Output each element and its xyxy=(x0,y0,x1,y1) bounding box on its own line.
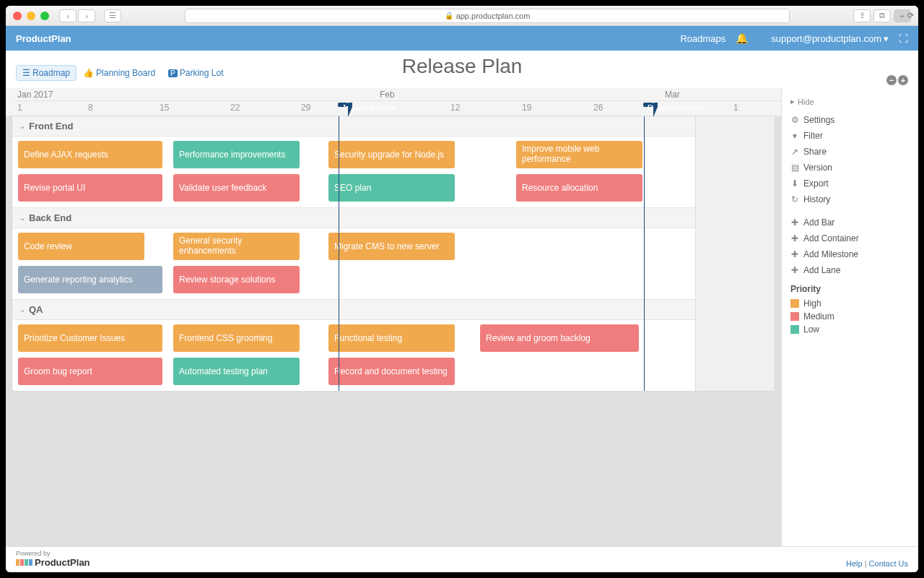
roadmap-bar[interactable]: Generate reporting analytics xyxy=(18,266,162,293)
share-button[interactable]: ⇪ xyxy=(853,9,871,22)
maximize-window-icon[interactable] xyxy=(40,12,49,20)
version-icon: ▤ xyxy=(790,163,799,173)
sidebar-add-container[interactable]: ✚Add Container xyxy=(782,230,918,246)
logo-icon xyxy=(16,559,32,566)
lane: ⌄Front EndDefine AJAX requestsPerformanc… xyxy=(12,116,775,208)
plus-icon: ✚ xyxy=(790,265,799,275)
roadmap-bar[interactable]: Validate user feedback xyxy=(173,174,300,202)
roadmaps-link[interactable]: Roadmaps xyxy=(680,33,725,44)
month-label: Mar xyxy=(665,90,680,100)
bar-row: Define AJAX requestsPerformance improvem… xyxy=(12,141,775,170)
roadmap-bar[interactable]: Prioritize Customer Issues xyxy=(18,324,162,352)
tab-roadmap[interactable]: ☰ Roadmap xyxy=(16,65,77,81)
sidebar-add-milestone[interactable]: ✚Add Milestone xyxy=(782,246,918,262)
chevron-down-icon: ▾ xyxy=(884,33,889,44)
roadmap-bar[interactable]: Frontend CSS grooming xyxy=(173,324,300,352)
priority-low: Low xyxy=(782,323,918,336)
swatch-low xyxy=(790,325,799,334)
milestone-january-release[interactable]: January Release Jan 31, 2017 xyxy=(338,103,348,107)
lane-header[interactable]: ⌄QA xyxy=(12,300,775,320)
month-label: Feb xyxy=(380,90,395,100)
fullscreen-icon[interactable]: ⛶ xyxy=(899,33,908,44)
gear-icon: ⚙ xyxy=(790,115,799,125)
roadmap-bar[interactable]: SEO plan xyxy=(328,174,455,202)
sidebar-filter[interactable]: ▾Filter xyxy=(782,128,918,144)
hide-sidebar-button[interactable]: ▸ Hide xyxy=(782,95,918,112)
sidebar-share[interactable]: ↗Share xyxy=(782,144,918,160)
milestone-february-release[interactable]: February Release Mar 2, 2017 xyxy=(643,103,653,107)
history-icon: ↻ xyxy=(790,194,799,204)
user-menu[interactable]: support@productplan.com ▾ xyxy=(771,33,889,44)
roadmap-bar[interactable]: General security enhancements xyxy=(173,233,300,260)
bar-row: Code reviewGeneral security enhancements… xyxy=(12,233,775,262)
bar-row: Revise portal UIValidate user feedbackSE… xyxy=(12,174,775,203)
priority-high: High xyxy=(782,297,918,310)
chevron-down-icon: ⌄ xyxy=(19,306,25,314)
zoom-in-button[interactable]: + xyxy=(898,75,908,85)
back-button[interactable]: ‹ xyxy=(59,9,77,22)
lane-header[interactable]: ⌄Front End xyxy=(12,116,775,137)
lane-body: Define AJAX requestsPerformance improvem… xyxy=(12,137,775,207)
share-icon: ↗ xyxy=(790,147,799,157)
roadmap-bar[interactable]: Review storage solutions xyxy=(173,266,300,293)
contact-link[interactable]: Contact Us xyxy=(869,559,908,568)
app-brand[interactable]: ProductPlan xyxy=(16,33,71,44)
sidebar-toggle-button[interactable]: ☰ xyxy=(104,9,121,22)
sidebar-version[interactable]: ▤Version xyxy=(782,160,918,176)
view-tabs-row: ☰ Roadmap 👍 Planning Board P Parking Lot… xyxy=(6,51,918,88)
lane-body: Code reviewGeneral security enhancements… xyxy=(12,228,775,299)
swatch-high xyxy=(790,299,799,308)
close-window-icon[interactable] xyxy=(13,12,22,20)
zoom-out-button[interactable]: − xyxy=(886,75,897,85)
sidebar-export[interactable]: ⬇Export xyxy=(782,176,918,191)
lane-header[interactable]: ⌄Back End xyxy=(12,208,775,228)
minimize-window-icon[interactable] xyxy=(27,12,35,20)
roadmap-bar[interactable]: Record and document testing xyxy=(328,358,455,385)
roadmap-bar[interactable]: Review and groom backlog xyxy=(480,324,639,352)
roadmap-bar[interactable]: Code review xyxy=(18,233,144,260)
milestone-line xyxy=(339,116,339,391)
roadmap-bar[interactable]: Security upgrade for Node.js xyxy=(328,141,455,168)
tab-parking-lot[interactable]: P Parking Lot xyxy=(162,65,230,81)
notifications-icon[interactable]: 🔔 xyxy=(736,33,748,44)
sidebar-add-lane[interactable]: ✚Add Lane xyxy=(782,262,918,278)
priority-medium: Medium xyxy=(782,310,918,323)
filter-icon: ▾ xyxy=(790,131,799,141)
footer: Powered by ProductPlan Help | Contact Us xyxy=(6,546,918,572)
footer-brand: ProductPlan xyxy=(35,558,90,568)
sidebar-history[interactable]: ↻History xyxy=(782,191,918,207)
roadmap-bar[interactable]: Automated testing plan xyxy=(173,358,300,385)
plus-icon: ✚ xyxy=(790,217,799,228)
chevron-down-icon: ⌄ xyxy=(19,122,25,130)
chevron-down-icon: ⌄ xyxy=(19,214,25,222)
macos-titlebar: ‹ › ☰ 🔒 app.productplan.com ⟳ ⇪ ⧉ + xyxy=(6,6,918,26)
help-link[interactable]: Help xyxy=(846,559,863,568)
lock-icon: 🔒 xyxy=(445,12,453,20)
roadmap-area: Jan 2017 Feb Mar 1 8 15 22 29 12 19 26 1 xyxy=(6,88,781,546)
tabs-button[interactable]: ⧉ xyxy=(873,9,891,22)
tab-planning-board[interactable]: 👍 Planning Board xyxy=(77,65,162,81)
bar-row: Generate reporting analyticsReview stora… xyxy=(12,266,775,295)
timeline-header: Jan 2017 Feb Mar 1 8 15 22 29 12 19 26 1 xyxy=(6,88,781,116)
swatch-medium xyxy=(790,312,799,321)
url-text: app.productplan.com xyxy=(456,12,531,20)
roadmap-bar[interactable]: Performance improvements xyxy=(173,141,300,168)
milestone-line xyxy=(644,116,645,391)
download-icon: ⬇ xyxy=(790,178,799,189)
roadmap-bar[interactable]: Groom bug report xyxy=(18,358,162,385)
sidebar-add-bar[interactable]: ✚Add Bar xyxy=(782,215,918,230)
reload-icon[interactable]: ⟳ xyxy=(907,11,914,20)
page-title: Release Plan xyxy=(402,55,523,78)
forward-button[interactable]: › xyxy=(78,9,95,22)
plus-icon: ✚ xyxy=(790,233,799,243)
sidebar-settings[interactable]: ⚙Settings xyxy=(782,112,918,128)
roadmap-bar[interactable]: Migrate CMS to new server xyxy=(328,233,455,260)
roadmap-bar[interactable]: Resource allocation xyxy=(516,174,642,202)
roadmap-bar[interactable]: Functional testing xyxy=(328,324,455,352)
roadmap-bar[interactable]: Revise portal UI xyxy=(18,174,162,202)
app-header: ProductPlan Roadmaps 🔔 support@productpl… xyxy=(6,26,918,51)
lane: ⌄QAPrioritize Customer IssuesFrontend CS… xyxy=(12,300,775,391)
roadmap-bar[interactable]: Define AJAX requests xyxy=(18,141,162,168)
roadmap-bar[interactable]: Improve mobile web performance xyxy=(516,141,642,168)
address-bar[interactable]: 🔒 app.productplan.com ⟳ xyxy=(185,9,790,23)
